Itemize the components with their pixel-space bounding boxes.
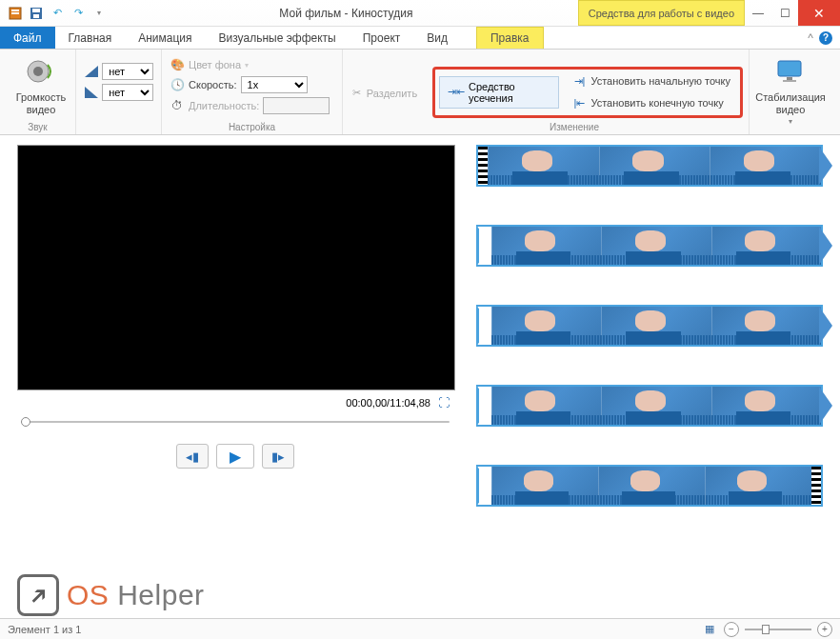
tab-file[interactable]: Файл	[0, 27, 55, 49]
app-icon	[8, 6, 23, 21]
redo-icon[interactable]: ↷	[70, 6, 86, 21]
preview-pane: 00:00,00/11:04,88 ⛶ ◂▮ ▶ ▮▸	[0, 135, 467, 618]
dropdown-icon: ▾	[789, 117, 792, 126]
svg-rect-2	[11, 12, 19, 14]
clip-row[interactable]	[476, 305, 823, 347]
clip-row[interactable]	[476, 225, 823, 267]
tab-effects[interactable]: Визуальные эффекты	[206, 27, 350, 49]
paint-bucket-icon: 🎨	[170, 57, 185, 72]
fade-out-icon	[84, 85, 98, 100]
duration-row: ⏱ Длительность:	[170, 97, 334, 114]
zoom-out-button[interactable]: −	[724, 622, 739, 637]
svg-rect-11	[787, 77, 792, 80]
trim-tool-button[interactable]: ⇥⇤ Средство усечения	[439, 76, 559, 109]
set-start-label: Установить начальную точку	[590, 75, 730, 87]
tab-animation[interactable]: Анимация	[125, 27, 205, 49]
set-end-icon: |⇤	[574, 97, 586, 110]
zoom-control: − +	[724, 622, 832, 637]
contextual-tab-header: Средства для работы с видео	[578, 0, 745, 26]
filmstrip-icon	[478, 147, 488, 185]
workspace: 00:00,00/11:04,88 ⛶ ◂▮ ▶ ▮▸	[0, 135, 840, 618]
split-button[interactable]: ✂ Разделить	[347, 85, 423, 101]
zoom-in-button[interactable]: +	[817, 622, 832, 637]
fade-out-select[interactable]: нет	[102, 84, 153, 101]
bgcolor-row: 🎨 Цвет фона ▾	[170, 57, 334, 72]
save-icon[interactable]	[29, 6, 44, 21]
play-button[interactable]: ▶	[216, 444, 254, 469]
cursor-icon: ➔	[17, 574, 59, 616]
clock-icon: 🕓	[170, 77, 185, 92]
title-bar: ↶ ↷ ▾ Мой фильм - Киностудия Средства дл…	[0, 0, 840, 27]
duration-select	[263, 97, 330, 114]
group-label-change: Изменение	[427, 122, 722, 132]
group-label-settings: Настройка	[162, 122, 342, 132]
next-frame-button[interactable]: ▮▸	[262, 444, 294, 469]
stabilize-button[interactable]: Стабилизация видео ▾	[757, 53, 824, 126]
svg-rect-5	[33, 14, 39, 18]
close-button[interactable]: ✕	[798, 0, 840, 26]
filmstrip-icon	[811, 467, 821, 505]
svg-rect-1	[11, 10, 19, 11]
set-end-label: Установить конечную точку	[590, 97, 723, 109]
tab-home[interactable]: Главная	[55, 27, 126, 49]
set-start-icon: ⇥|	[574, 75, 586, 88]
trim-tool-label: Средство усечения	[469, 81, 550, 104]
video-volume-button[interactable]: Громкость видео	[8, 53, 74, 115]
watermark: ➔ OS Helper	[17, 574, 205, 616]
trim-icon: ⇥⇤	[448, 86, 465, 98]
fade-in-select[interactable]: нет	[102, 63, 153, 80]
prev-frame-button[interactable]: ◂▮	[176, 444, 209, 469]
time-display: 00:00,00/11:04,88	[346, 397, 430, 409]
status-elements: Элемент 1 из 1	[8, 624, 81, 635]
split-icon: ✂	[352, 87, 361, 99]
collapse-ribbon-icon[interactable]: ^	[808, 31, 813, 45]
undo-icon[interactable]: ↶	[50, 6, 65, 21]
ribbon-tabstrip: Файл Главная Анимация Визуальные эффекты…	[0, 27, 840, 50]
thumbnails-view-icon[interactable]: ▦	[705, 623, 714, 635]
help-icon[interactable]: ?	[819, 31, 832, 45]
seek-bar[interactable]	[17, 415, 455, 429]
status-bar: Элемент 1 из 1 ▦ − +	[0, 618, 840, 639]
minimize-button[interactable]: —	[745, 0, 771, 26]
tab-view[interactable]: Вид	[413, 27, 461, 49]
video-preview[interactable]	[17, 145, 455, 390]
maximize-button[interactable]: ☐	[771, 0, 798, 26]
group-label-sound: Звук	[0, 122, 75, 132]
video-volume-label: Громкость видео	[16, 91, 66, 115]
fade-in-icon	[84, 64, 98, 79]
quick-access-toolbar: ↶ ↷ ▾	[0, 6, 114, 21]
dropdown-icon: ▾	[245, 61, 249, 70]
svg-rect-4	[32, 9, 40, 12]
seek-thumb[interactable]	[21, 417, 30, 427]
tab-project[interactable]: Проект	[350, 27, 414, 49]
monitor-icon	[774, 57, 807, 90]
speed-label: Скорость:	[189, 79, 237, 90]
trim-highlight-area: ⇥⇤ Средство усечения ⇥| Установить начал…	[432, 67, 743, 118]
window-title: Мой фильм - Киностудия	[114, 7, 578, 20]
svg-marker-9	[85, 87, 98, 98]
svg-point-7	[33, 67, 43, 76]
fade-in-row: нет	[84, 63, 153, 80]
watermark-text: OS Helper	[67, 579, 205, 611]
set-start-button[interactable]: ⇥| Установить начальную точку	[569, 73, 736, 90]
window-controls: — ☐ ✕	[745, 0, 840, 26]
svg-marker-8	[85, 66, 98, 77]
qat-dropdown-icon[interactable]: ▾	[91, 6, 107, 21]
speed-select[interactable]: 1x	[241, 76, 308, 93]
tab-edit[interactable]: Правка	[476, 27, 544, 49]
playback-controls: ◂▮ ▶ ▮▸	[17, 444, 453, 469]
set-end-button[interactable]: |⇤ Установить конечную точку	[569, 95, 736, 111]
zoom-slider[interactable]	[745, 629, 811, 630]
speed-row: 🕓 Скорость: 1x	[170, 76, 334, 93]
clip-row[interactable]	[476, 145, 823, 187]
duration-label: Длительность:	[189, 100, 259, 111]
storyboard-pane[interactable]	[467, 135, 840, 618]
bgcolor-label: Цвет фона	[189, 59, 241, 70]
svg-rect-12	[783, 80, 796, 82]
fullscreen-icon[interactable]: ⛶	[438, 396, 450, 409]
stabilize-label: Стабилизация видео	[755, 91, 826, 115]
clip-row[interactable]	[476, 465, 823, 507]
split-label: Разделить	[367, 88, 417, 99]
clip-row[interactable]	[476, 385, 823, 427]
fade-out-row: нет	[84, 84, 153, 101]
